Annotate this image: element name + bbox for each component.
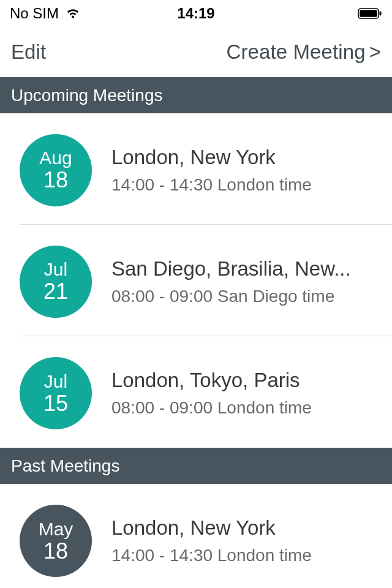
- chevron-right-icon: >: [369, 40, 381, 64]
- meeting-info: London, Tokyo, Paris 08:00 - 09:00 Londo…: [111, 369, 361, 418]
- date-circle: Jul 15: [20, 357, 92, 429]
- past-list: May 18 London, New York 14:00 - 14:30 Lo…: [0, 484, 392, 588]
- meeting-info: London, New York 14:00 - 14:30 London ti…: [111, 516, 361, 565]
- date-month: Aug: [39, 148, 72, 168]
- edit-button[interactable]: Edit: [11, 40, 46, 64]
- date-circle: Jul 21: [20, 246, 92, 318]
- meeting-info: London, New York 14:00 - 14:30 London ti…: [111, 146, 361, 195]
- status-right: [358, 8, 382, 19]
- meeting-time: 08:00 - 09:00 San Diego time: [111, 287, 361, 306]
- status-bar: No SIM 14:19: [0, 0, 392, 27]
- meeting-title: London, New York: [111, 516, 361, 540]
- meeting-time: 08:00 - 09:00 London time: [111, 398, 361, 418]
- date-day: 18: [43, 539, 68, 564]
- date-month: Jul: [44, 259, 67, 279]
- meeting-title: London, Tokyo, Paris: [111, 369, 361, 392]
- date-circle: May 18: [20, 505, 92, 577]
- battery-icon: [358, 8, 382, 19]
- meeting-time: 14:00 - 14:30 London time: [111, 175, 361, 195]
- upcoming-section-header: Upcoming Meetings: [0, 77, 392, 113]
- date-month: Jul: [44, 371, 67, 391]
- meeting-title: London, New York: [111, 146, 361, 169]
- date-day: 15: [43, 391, 68, 416]
- nav-bar: Edit Create Meeting >: [0, 27, 392, 77]
- date-day: 21: [43, 279, 68, 304]
- list-item[interactable]: Jul 21 San Diego, Brasilia, New... 08:00…: [20, 225, 392, 336]
- status-left: No SIM: [10, 5, 81, 22]
- svg-rect-1: [360, 10, 377, 17]
- date-day: 18: [43, 168, 68, 192]
- list-item[interactable]: Aug 18 London, New York 14:00 - 14:30 Lo…: [20, 113, 392, 225]
- create-meeting-label: Create Meeting: [227, 40, 366, 64]
- create-meeting-button[interactable]: Create Meeting >: [227, 40, 381, 64]
- carrier-label: No SIM: [10, 5, 59, 22]
- list-item[interactable]: Jul 15 London, Tokyo, Paris 08:00 - 09:0…: [20, 336, 392, 448]
- wifi-icon: [65, 7, 81, 20]
- list-item[interactable]: May 18 London, New York 14:00 - 14:30 Lo…: [20, 484, 392, 588]
- meeting-title: San Diego, Brasilia, New...: [111, 257, 361, 281]
- meeting-time: 14:00 - 14:30 London time: [111, 546, 361, 565]
- date-circle: Aug 18: [20, 134, 92, 206]
- upcoming-list: Aug 18 London, New York 14:00 - 14:30 Lo…: [0, 113, 392, 448]
- past-section-header: Past Meetings: [0, 448, 392, 484]
- date-month: May: [39, 519, 74, 539]
- svg-rect-2: [380, 12, 382, 16]
- meeting-info: San Diego, Brasilia, New... 08:00 - 09:0…: [111, 257, 361, 306]
